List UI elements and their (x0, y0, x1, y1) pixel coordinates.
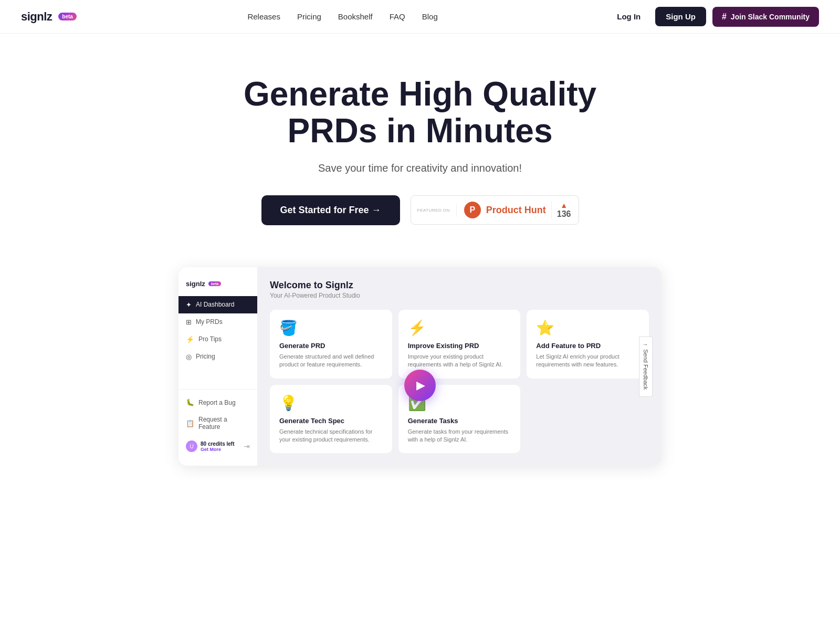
sidebar-bottom: 🐛 Report a Bug 📋 Request a Feature U 80 … (178, 389, 257, 457)
feature-icon: 📋 (186, 419, 194, 427)
sidebar-beta-badge: beta (208, 281, 221, 286)
preview-section: signlz beta ✦ AI Dashboard ⊞ My PRDs ⚡ P… (0, 246, 840, 498)
logout-icon[interactable]: ⇥ (244, 442, 250, 450)
cta-button[interactable]: Get Started for Free → (261, 195, 400, 225)
user-credits: 80 credits left (201, 441, 240, 447)
hero-buttons: Get Started for Free → FEATURED ON P Pro… (10, 195, 830, 225)
nav-releases[interactable]: Releases (247, 12, 280, 21)
add-feature-desc: Let Signlz AI enrich your product requir… (536, 353, 639, 369)
card-generate-prd[interactable]: 🪣 Generate PRD Generate structured and w… (270, 310, 392, 379)
generate-prd-desc: Generate structured and well defined pro… (279, 353, 383, 369)
feedback-button[interactable]: ↑ Send Feedback (639, 337, 653, 397)
generate-prd-title: Generate PRD (279, 342, 383, 350)
sidebar: signlz beta ✦ AI Dashboard ⊞ My PRDs ⚡ P… (178, 267, 257, 466)
sidebar-my-prds-label: My PRDs (196, 318, 223, 326)
nav-bookshelf[interactable]: Bookshelf (338, 12, 373, 21)
logo-text: signlz (21, 10, 52, 24)
sidebar-request-feature[interactable]: 📋 Request a Feature (178, 411, 257, 435)
welcome-subtitle: Your AI-Powered Product Studio (270, 292, 649, 299)
tech-spec-title: Generate Tech Spec (279, 417, 383, 425)
ph-main: P Product Hunt ▲ 136 (457, 197, 579, 223)
user-avatar: U (186, 440, 197, 452)
slack-button[interactable]: # Join Slack Community (712, 7, 819, 27)
improve-prd-title: Improve Existing PRD (408, 342, 511, 350)
pro-tips-icon: ⚡ (186, 335, 194, 343)
ph-featured-on: FEATURED ON (411, 204, 457, 217)
sidebar-logo-text: signlz (186, 280, 205, 288)
tech-spec-desc: Generate technical specifications for yo… (279, 428, 383, 444)
improve-prd-desc: Improve your existing product requiremen… (408, 353, 511, 369)
bug-icon: 🐛 (186, 398, 194, 406)
sidebar-item-pricing[interactable]: ◎ Pricing (178, 348, 257, 365)
improve-prd-icon: ⚡ (408, 319, 511, 337)
sidebar-pricing-label: Pricing (196, 353, 215, 360)
sidebar-logo: signlz beta (178, 276, 257, 296)
navbar-nav: Releases Pricing Bookshelf FAQ Blog (247, 12, 437, 21)
ai-dashboard-icon: ✦ (186, 301, 192, 309)
navbar-right: Log In Sign Up # Join Slack Community (608, 7, 819, 27)
slack-icon: # (722, 12, 727, 22)
dashboard-preview: signlz beta ✦ AI Dashboard ⊞ My PRDs ⚡ P… (178, 267, 662, 466)
ph-count-box: ▲ 136 (551, 201, 571, 219)
card-improve-prd[interactable]: ⚡ Improve Existing PRD Improve your exis… (398, 310, 521, 379)
ph-name: Product Hunt (486, 205, 546, 216)
slack-label: Join Slack Community (731, 13, 810, 21)
card-tech-spec[interactable]: 💡 Generate Tech Spec Generate technical … (270, 385, 392, 454)
sidebar-user: U 80 credits left Get More ⇥ (178, 435, 257, 457)
play-icon: ▶ (416, 379, 425, 392)
feedback-label: Send Feedback (643, 349, 649, 390)
main-content: Welcome to Signlz Your AI-Powered Produc… (257, 267, 662, 466)
cards-grid: 🪣 Generate PRD Generate structured and w… (270, 310, 649, 454)
play-button[interactable]: ▶ (404, 370, 436, 401)
generate-tasks-desc: Generate tasks from your requirements wi… (408, 428, 511, 444)
user-info: 80 credits left Get More (201, 441, 240, 452)
generate-prd-icon: 🪣 (279, 319, 383, 337)
feedback-up-icon: ↑ (643, 343, 649, 346)
navbar: signlz beta Releases Pricing Bookshelf F… (0, 0, 840, 34)
nav-blog[interactable]: Blog (422, 12, 438, 21)
sidebar-ai-dashboard-label: AI Dashboard (196, 301, 234, 308)
beta-badge: beta (58, 13, 77, 20)
product-hunt-badge[interactable]: FEATURED ON P Product Hunt ▲ 136 (411, 195, 579, 225)
nav-faq[interactable]: FAQ (390, 12, 405, 21)
request-feature-label: Request a Feature (198, 416, 250, 430)
sidebar-report-bug[interactable]: 🐛 Report a Bug (178, 394, 257, 411)
nav-pricing[interactable]: Pricing (297, 12, 321, 21)
hero-headline: Generate High Quality PRDs in Minutes (236, 76, 604, 150)
generate-tasks-title: Generate Tasks (408, 417, 511, 425)
hero-section: Generate High Quality PRDs in Minutes Sa… (0, 34, 840, 246)
sidebar-item-my-prds[interactable]: ⊞ My PRDs (178, 313, 257, 331)
sidebar-item-ai-dashboard[interactable]: ✦ AI Dashboard (178, 296, 257, 313)
my-prds-icon: ⊞ (186, 318, 192, 326)
sidebar-pro-tips-label: Pro Tips (198, 335, 222, 343)
pricing-icon: ◎ (186, 353, 192, 361)
card-add-feature[interactable]: ⭐ Add Feature to PRD Let Signlz AI enric… (527, 310, 649, 379)
ph-arrow-icon: ▲ (560, 201, 568, 209)
get-more-link[interactable]: Get More (201, 447, 240, 452)
signup-button[interactable]: Sign Up (655, 7, 706, 26)
add-feature-icon: ⭐ (536, 319, 639, 337)
tech-spec-icon: 💡 (279, 394, 383, 412)
add-feature-title: Add Feature to PRD (536, 342, 639, 350)
ph-number: 136 (557, 209, 571, 219)
hero-subheading: Save your time for creativity and innova… (10, 162, 830, 174)
welcome-title: Welcome to Signlz (270, 280, 649, 291)
sidebar-item-pro-tips[interactable]: ⚡ Pro Tips (178, 331, 257, 348)
report-bug-label: Report a Bug (198, 399, 236, 406)
ph-logo: P (464, 202, 481, 218)
login-button[interactable]: Log In (608, 8, 649, 25)
navbar-left: signlz beta (21, 10, 77, 24)
